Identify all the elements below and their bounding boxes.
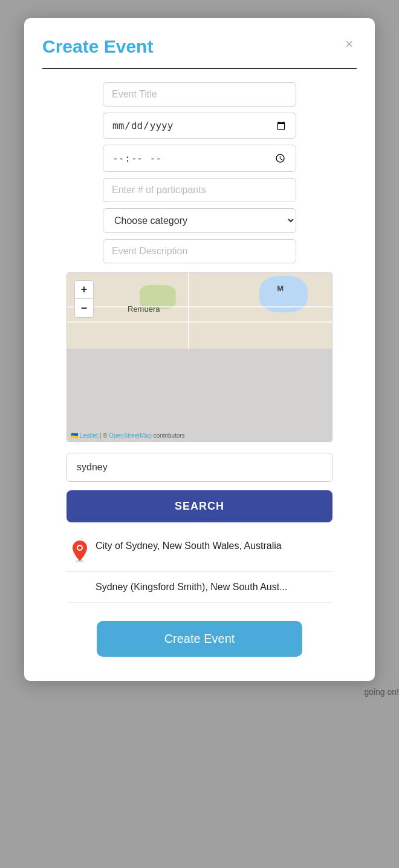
osm-link[interactable]: OpenStreetMap xyxy=(109,432,152,439)
category-select[interactable]: Choose category Sports Music Art Tech So… xyxy=(103,208,296,233)
event-date-input[interactable] xyxy=(103,113,296,139)
zoom-controls: + − xyxy=(74,280,94,318)
map-label-remuera: Remuera xyxy=(128,304,160,314)
attribution-separator: | © xyxy=(98,432,109,439)
map-road-1 xyxy=(67,306,332,307)
attribution-contributors: contributors xyxy=(152,432,185,439)
map-container: M Remuera + − 🇺🇦 Leaflet | © OpenStreetM… xyxy=(66,272,332,442)
search-button[interactable]: SEARCH xyxy=(66,490,332,522)
close-button[interactable]: × xyxy=(342,36,357,52)
bottom-text: going on! xyxy=(364,687,399,697)
map-area: M Remuera xyxy=(67,273,332,441)
modal-title: Create Event xyxy=(42,36,153,57)
map-road-v1 xyxy=(188,273,189,357)
location-pin-icon-1 xyxy=(71,541,88,562)
create-event-modal: Create Event × Choose category Sports Mu… xyxy=(24,18,375,681)
participants-input[interactable] xyxy=(103,178,296,202)
event-time-input[interactable] xyxy=(103,145,296,172)
modal-header: Create Event × xyxy=(42,36,357,57)
map-attribution: 🇺🇦 Leaflet | © OpenStreetMap contributor… xyxy=(71,432,185,439)
zoom-out-button[interactable]: − xyxy=(75,299,93,317)
map-label-m: M xyxy=(277,284,284,293)
location-search-input[interactable] xyxy=(66,453,332,482)
svg-point-2 xyxy=(78,546,82,550)
map-grey-overlay xyxy=(67,349,332,441)
event-form: Choose category Sports Music Art Tech So… xyxy=(42,82,357,657)
search-result-2[interactable]: Sydney (Kingsford Smith), New South Aust… xyxy=(66,572,332,603)
result-1-text: City of Sydney, New South Wales, Austral… xyxy=(96,539,282,553)
create-event-button[interactable]: Create Event xyxy=(97,621,302,657)
header-divider xyxy=(42,68,357,69)
event-title-input[interactable] xyxy=(103,82,296,107)
zoom-in-button[interactable]: + xyxy=(75,281,93,299)
leaflet-link[interactable]: Leaflet xyxy=(80,432,98,439)
search-result-1[interactable]: City of Sydney, New South Wales, Austral… xyxy=(66,531,332,571)
event-description-input[interactable] xyxy=(103,239,296,263)
result-2-text: Sydney (Kingsford Smith), New South Aust… xyxy=(71,580,287,594)
map-road-2 xyxy=(67,321,332,323)
search-results: City of Sydney, New South Wales, Austral… xyxy=(66,531,332,603)
